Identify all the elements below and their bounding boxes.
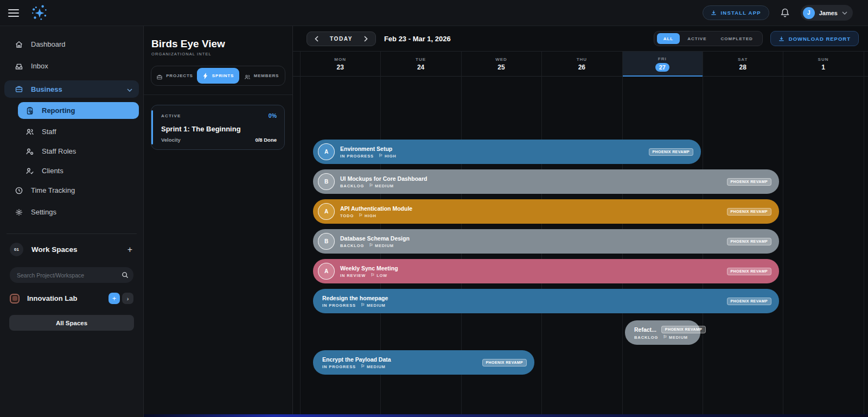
calendar-nav-group: TODAY <box>307 31 376 46</box>
sidebar-item-label: Settings <box>31 208 56 216</box>
task-bar[interactable]: AWeekly Sync MeetingIN REVIEW⚐LOWPHOENIX… <box>313 259 779 283</box>
sidebar-item-reporting[interactable]: Reporting <box>18 102 139 119</box>
sidebar-item-settings[interactable]: Settings <box>4 205 139 219</box>
project-tag-badge: PHOENIX REVAMP <box>727 268 771 275</box>
priority-label: HIGH <box>365 213 376 218</box>
calendar-toolbar: TODAY Feb 23 - Mar 1, 2026 ALLACTIVECOMP… <box>293 26 868 52</box>
weekday-label: WED <box>495 57 507 62</box>
filter-completed[interactable]: COMPLETED <box>714 33 760 44</box>
date-range-label: Feb 23 - Mar 1, 2026 <box>384 35 451 43</box>
day-column-header-tue: TUE24 <box>380 52 461 76</box>
download-report-button[interactable]: DOWNLOAD REPORT <box>770 31 859 46</box>
assignee-avatar: B <box>318 233 335 250</box>
sidebar-item-time-tracking[interactable]: Time Tracking <box>4 183 139 198</box>
weekday-label: SAT <box>738 57 748 62</box>
clock-icon <box>14 186 24 195</box>
sidebar-item-business[interactable]: Business <box>4 80 139 98</box>
task-title: API Authentication Module <box>340 205 412 212</box>
install-app-label: INSTALL APP <box>720 10 761 16</box>
workspace-avatar <box>10 294 20 304</box>
tab-label: PROJECTS <box>166 73 193 78</box>
add-workspace-button[interactable]: + <box>127 245 132 254</box>
task-bar[interactable]: Redesign the homepageIN PROGRESS⚐MEDIUMP… <box>313 289 779 313</box>
grid-line <box>300 52 301 414</box>
task-status: IN REVIEW <box>340 273 366 278</box>
install-app-button[interactable]: INSTALL APP <box>703 5 769 20</box>
sidebar-item-inbox[interactable]: Inbox <box>4 59 139 73</box>
task-bar[interactable]: AEnvironment SetupIN PROGRESS⚐HIGHPHOENI… <box>313 140 701 164</box>
task-title: Database Schema Design <box>340 235 410 242</box>
filter-all[interactable]: ALL <box>657 33 680 44</box>
priority-label: MEDIUM <box>669 335 688 340</box>
date-label: 1 <box>821 64 825 71</box>
workspace-name: Innovation Lab <box>27 294 77 302</box>
date-label: 25 <box>497 64 505 71</box>
project-tag-badge: PHOENIX REVAMP <box>482 359 527 367</box>
notifications-bell-icon[interactable] <box>780 8 790 18</box>
today-button[interactable]: TODAY <box>322 36 360 42</box>
workspace-item-innovation-lab[interactable]: Innovation Lab + › <box>4 293 139 304</box>
task-title: Environment Setup <box>340 146 392 152</box>
workspace-add-button[interactable]: + <box>108 293 120 304</box>
sprint-metric-value: 0/8 Done <box>255 137 277 143</box>
app-root: INSTALL APP J James DashboardInboxBusine… <box>0 0 868 417</box>
workspace-search-input[interactable] <box>10 267 133 283</box>
sidebar-item-staff[interactable]: Staff <box>18 124 139 139</box>
day-header-row: MON23TUE24WED25THU26FRI27SAT28SUN1 <box>293 52 868 77</box>
calendar-body: AEnvironment SetupIN PROGRESS⚐HIGHPHOENI… <box>293 77 868 417</box>
sidebar: DashboardInboxBusinessReportingStaffStaf… <box>0 26 144 417</box>
sidebar-item-clients[interactable]: Clients <box>18 163 139 178</box>
task-bar[interactable]: BUI Mockups for Core DashboardBACKLOG⚐ME… <box>313 169 779 194</box>
tab-members[interactable]: MEMBERS <box>240 68 283 84</box>
project-tag-badge: PHOENIX REVAMP <box>727 208 771 216</box>
sprint-title: Sprint 1: The Beginning <box>161 125 277 133</box>
flag-icon: ⚐ <box>371 273 375 277</box>
priority-label: MEDIUM <box>367 364 386 369</box>
next-week-button[interactable] <box>360 33 372 45</box>
task-bar[interactable]: Encrypt the Payload DataIN PROGRESS⚐MEDI… <box>313 350 534 375</box>
task-bar[interactable]: BDatabase Schema DesignBACKLOG⚐MEDIUMPHO… <box>313 229 779 254</box>
sprint-metric-label: Velocity <box>161 137 181 143</box>
filter-active[interactable]: ACTIVE <box>681 33 713 44</box>
weekday-label: MON <box>334 57 346 62</box>
priority-label: MEDIUM <box>367 303 386 308</box>
task-content: UI Mockups for Core DashboardBACKLOG⚐MED… <box>340 175 427 188</box>
priority-label: MEDIUM <box>375 243 394 248</box>
workspace-count-badge: 01 <box>10 243 23 256</box>
task-content: Encrypt the Payload DataIN PROGRESS⚐MEDI… <box>322 356 391 369</box>
workspace-expand-button[interactable]: › <box>122 293 133 304</box>
tab-projects[interactable]: PROJECTS <box>154 68 196 84</box>
sidebar-item-staff-roles[interactable]: Staff Roles <box>18 144 139 159</box>
date-label: 23 <box>337 64 344 71</box>
sprint-card[interactable]: ACTIVE 0% Sprint 1: The Beginning Veloci… <box>151 105 285 150</box>
tab-sprints[interactable]: SPRINTS <box>197 68 239 84</box>
task-title: Weekly Sync Meeting <box>340 265 398 271</box>
top-bar: INSTALL APP J James <box>0 0 868 26</box>
hamburger-menu-icon[interactable] <box>8 9 19 17</box>
assignee-avatar: B <box>318 173 335 190</box>
search-icon[interactable] <box>119 269 131 281</box>
day-column-header-sun: SUN1 <box>783 52 863 76</box>
chevron-down-icon <box>842 11 847 15</box>
sidebar-item-dashboard[interactable]: Dashboard <box>4 37 139 52</box>
user-menu[interactable]: J James <box>801 5 853 21</box>
people-icon <box>244 73 251 79</box>
status-filter-group: ALLACTIVECOMPLETED <box>654 31 763 46</box>
task-bar[interactable]: AAPI Authentication ModuleTODO⚐HIGHPHOEN… <box>313 199 779 224</box>
day-column-header-fri: FRI27 <box>622 52 703 76</box>
task-status: IN PROGRESS <box>322 303 356 308</box>
task-bar[interactable]: Refact...PHOENIX REVAMPBACKLOG⚐MEDIUM <box>625 320 700 345</box>
all-spaces-button[interactable]: All Spaces <box>9 315 134 331</box>
task-priority: ⚐MEDIUM <box>361 303 386 308</box>
priority-label: HIGH <box>385 154 397 159</box>
lightning-icon <box>202 73 209 79</box>
day-column-header-thu: THU26 <box>541 52 622 76</box>
tab-label: SPRINTS <box>212 73 234 78</box>
prev-week-button[interactable] <box>310 33 322 45</box>
app-logo-sparkle-icon <box>30 4 49 22</box>
briefcase-icon <box>156 73 163 79</box>
sidebar-divider <box>7 233 137 234</box>
task-priority: ⚐MEDIUM <box>369 243 394 248</box>
task-content: Environment SetupIN PROGRESS⚐HIGH <box>340 146 396 159</box>
task-content: Refact...PHOENIX REVAMPBACKLOG⚐MEDIUM <box>634 326 706 340</box>
